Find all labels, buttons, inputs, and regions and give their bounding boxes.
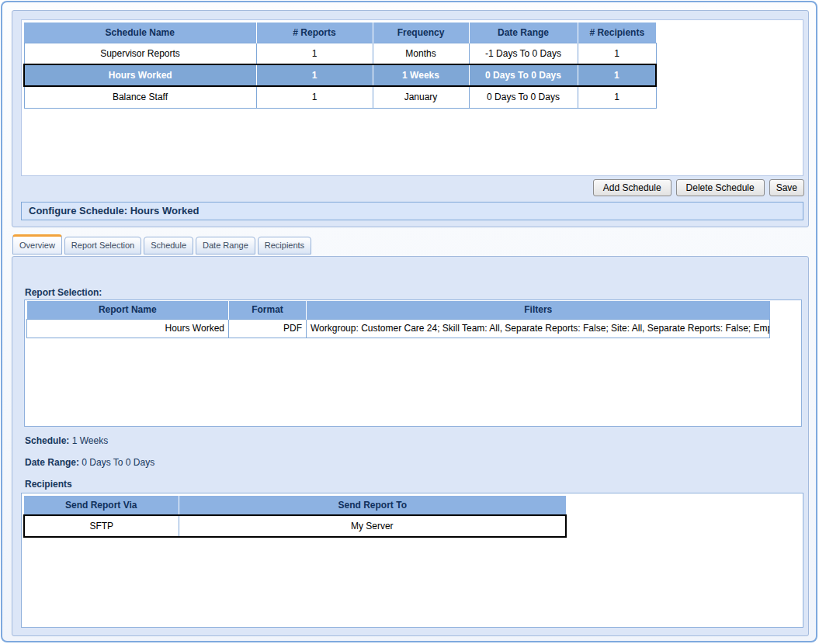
table-cell: 0 Days To 0 Days (469, 86, 578, 108)
table-cell: -1 Days To 0 Days (469, 43, 578, 64)
date-range-summary-value: 0 Days To 0 Days (82, 457, 154, 468)
tab-overview[interactable]: Overview (12, 234, 62, 254)
add-schedule-button[interactable]: Add Schedule (593, 179, 672, 196)
table-cell: 1 (578, 64, 656, 86)
tab-schedule[interactable]: Schedule (144, 237, 193, 254)
recipients-table: Send Report ViaSend Report ToSFTPMy Serv… (23, 496, 567, 538)
column-header: Send Report To (179, 496, 566, 515)
report-selection-container: Report NameFormatFiltersHours WorkedPDFW… (24, 299, 802, 427)
date-range-summary: Date Range: 0 Days To 0 Days (25, 457, 154, 468)
schedule-actions-toolbar: Add Schedule Delete Schedule Save (593, 179, 804, 196)
table-row[interactable]: Supervisor Reports1Months-1 Days To 0 Da… (24, 43, 656, 64)
tab-report-selection[interactable]: Report Selection (64, 237, 141, 254)
schedules-panel: Schedule Name# ReportsFrequencyDate Rang… (12, 10, 809, 227)
table-cell: Balance Staff (24, 86, 256, 108)
column-header: Format (229, 301, 307, 319)
table-row[interactable]: SFTPMy Server (24, 515, 566, 537)
app-window: Schedule Name# ReportsFrequencyDate Rang… (1, 1, 817, 642)
table-row[interactable]: Hours Worked11 Weeks0 Days To 0 Days1 (24, 64, 656, 86)
table-cell: Hours Worked (24, 64, 256, 86)
header-row: Report NameFormatFilters (27, 301, 770, 319)
tab-recipients[interactable]: Recipients (258, 237, 311, 254)
column-header: # Reports (256, 23, 373, 43)
column-header: Schedule Name (24, 23, 256, 43)
schedule-summary-label: Schedule: (25, 435, 69, 446)
recipients-container: Send Report ViaSend Report ToSFTPMy Serv… (21, 493, 803, 628)
configure-schedule-bar: Configure Schedule: Hours Worked (21, 202, 803, 220)
table-cell: 0 Days To 0 Days (469, 64, 578, 86)
table-cell: 1 (256, 86, 373, 108)
schedules-table: Schedule Name# ReportsFrequencyDate Rang… (23, 23, 657, 109)
tab-strip: Overview Report Selection Schedule Date … (12, 233, 311, 254)
column-header: Frequency (373, 23, 469, 43)
grid: Send Report ViaSend Report ToSFTPMy Serv… (23, 496, 567, 538)
table-cell: SFTP (24, 515, 179, 537)
table-cell: 1 Weeks (373, 64, 469, 86)
table-row[interactable]: Balance Staff1January0 Days To 0 Days1 (24, 86, 656, 108)
table-cell: January (373, 86, 469, 108)
header-row: Send Report ViaSend Report To (24, 496, 566, 515)
column-header: Send Report Via (24, 496, 179, 515)
table-cell: 1 (256, 43, 373, 64)
column-header: Report Name (27, 301, 229, 319)
table-cell: Months (373, 43, 469, 64)
table-row[interactable]: Hours WorkedPDFWorkgroup: Customer Care … (27, 319, 770, 338)
grid: Report NameFormatFiltersHours WorkedPDFW… (26, 301, 770, 338)
table-cell: 1 (578, 86, 656, 108)
schedule-summary-value: 1 Weeks (72, 435, 108, 446)
delete-schedule-button[interactable]: Delete Schedule (676, 179, 765, 196)
table-cell: Workgroup: Customer Care 24; Skill Team:… (307, 319, 770, 338)
report-selection-heading: Report Selection: (25, 287, 102, 298)
column-header: Filters (307, 301, 770, 319)
report-selection-table: Report NameFormatFiltersHours WorkedPDFW… (26, 301, 770, 338)
save-button[interactable]: Save (769, 179, 804, 196)
table-cell: Supervisor Reports (24, 43, 256, 64)
tab-date-range[interactable]: Date Range (196, 237, 255, 254)
date-range-summary-label: Date Range: (25, 457, 79, 468)
table-cell: Hours Worked (27, 319, 229, 338)
table-cell: My Server (179, 515, 566, 537)
recipients-heading: Recipients (25, 479, 72, 490)
header-row: Schedule Name# ReportsFrequencyDate Rang… (24, 23, 656, 43)
table-cell: PDF (229, 319, 307, 338)
overview-tab-panel: Report Selection: Report NameFormatFilte… (12, 256, 809, 636)
schedules-grid-container: Schedule Name# ReportsFrequencyDate Rang… (21, 19, 803, 176)
table-cell: 1 (256, 64, 373, 86)
column-header: # Recipients (578, 23, 656, 43)
schedule-summary: Schedule: 1 Weeks (25, 435, 108, 446)
grid: Schedule Name# ReportsFrequencyDate Rang… (23, 23, 657, 109)
column-header: Date Range (469, 23, 578, 43)
table-cell: 1 (578, 43, 656, 64)
